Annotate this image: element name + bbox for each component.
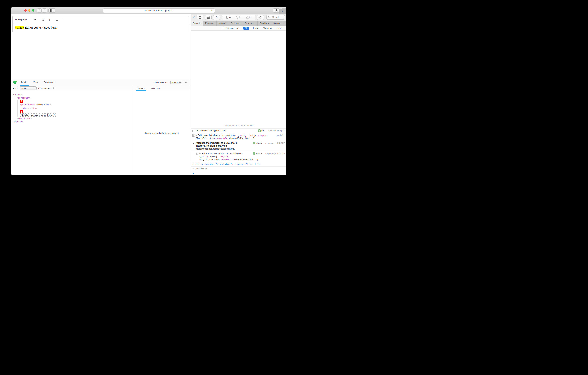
source-file-link[interactable]: app.js:21	[276, 134, 285, 137]
inspector-tab-elements[interactable]: Elements	[203, 21, 217, 26]
back-button[interactable]	[37, 8, 42, 12]
message-source-location: finit— placeholderui.js:7	[258, 129, 285, 132]
url-field[interactable]: localhost/creating-a-plugin2/ ↻	[103, 8, 215, 13]
disclosure-closed-icon[interactable]: ▶	[200, 153, 201, 154]
compact-text-label: Compact text:	[38, 87, 52, 89]
ck-tab-view[interactable]: View	[32, 79, 40, 86]
preserve-log-label: Preserve Log	[225, 27, 238, 29]
root-select[interactable]: main	[20, 87, 37, 90]
console-log-icon	[192, 134, 195, 138]
search-icon	[268, 16, 270, 18]
function-badge-icon: f	[258, 130, 261, 132]
ckeditor-inspector-panel: 5 ModelViewCommands Editor instance: edi…	[11, 79, 190, 175]
model-tree-node[interactable]: <placeholder name="time">	[11, 103, 133, 107]
paragraph-dropdown-label: Paragraph	[15, 18, 27, 21]
chevron-down-icon	[34, 19, 36, 20]
editor-content-area[interactable]: {time} Editor content goes here.	[12, 23, 189, 32]
numbered-list-button[interactable]: 1 2	[54, 18, 58, 21]
inspector-search-field[interactable]: Search	[266, 15, 285, 20]
console-filter-options: AllErrorsWarningsLogs	[243, 27, 281, 29]
disclosure-open-icon[interactable]: ▼	[192, 142, 194, 145]
dock-bottom-button[interactable]	[205, 15, 212, 20]
compact-text-checkbox[interactable]	[53, 87, 56, 89]
reload-page-button[interactable]: ↻	[213, 15, 220, 20]
reload-icon[interactable]: ↻	[211, 9, 213, 12]
model-tree-node[interactable]: [	[11, 100, 133, 103]
ck-subtab-selection[interactable]: Selection	[149, 86, 161, 91]
close-inspector-button[interactable]: ✕	[192, 16, 195, 19]
paragraph-dropdown[interactable]: Paragraph	[15, 18, 36, 21]
model-tree-node[interactable]: <paragraph>	[11, 96, 133, 100]
source-file-link[interactable]: — placeholderui.js:7	[265, 129, 285, 132]
node-inspect-pane: Select a node in the tree to inspect	[133, 91, 190, 175]
model-tree: <$root><paragraph>[<placeholder name="ti…	[11, 91, 133, 175]
console-command-result: <· undefined	[191, 166, 286, 171]
console-message: app.js:21▶Editor was initialized – Class…	[191, 133, 286, 141]
inspector-tab-console[interactable]: Console	[191, 21, 203, 26]
function-name: attach	[256, 142, 262, 145]
collapse-panel-icon[interactable]	[185, 81, 188, 83]
model-tree-node[interactable]: "Editor content goes here."	[11, 113, 133, 117]
issues-summary-button[interactable]: 4 0 0	[222, 15, 255, 20]
inspector-tab-network[interactable]: Network	[217, 21, 229, 26]
editor-instance-select[interactable]: editor	[170, 81, 181, 84]
warning-triangle-icon	[246, 16, 249, 19]
browser-titlebar: localhost/creating-a-plugin2/ ↻ +	[11, 7, 286, 14]
source-file-link[interactable]: — inspector.js:133:182	[262, 142, 285, 145]
ck-tab-commands[interactable]: Commands	[42, 79, 57, 86]
console-link[interactable]: https://ckeditor.com/docs/ckeditor5	[196, 147, 234, 150]
disclosure-closed-icon[interactable]: ▶	[196, 134, 197, 136]
minimize-window-button[interactable]	[28, 9, 31, 11]
ck-inspector-body: <$root><paragraph>[<placeholder name="ti…	[11, 91, 190, 175]
console-input[interactable]: >	[191, 171, 286, 175]
model-tree-node[interactable]: </paragraph>	[11, 117, 133, 120]
source-file-link[interactable]: — inspector.js:133:326	[262, 152, 285, 155]
element-picker-button[interactable]	[257, 15, 264, 20]
web-inspector: ✕ ↻ 4 0	[190, 14, 286, 175]
preserve-log-checkbox[interactable]	[222, 27, 224, 29]
window-content: Paragraph B I 1 2 {time} Editor co	[11, 14, 286, 175]
filter-all[interactable]: All	[243, 27, 249, 30]
console-filter-bar: Preserve Log AllErrorsWarningsLogs	[191, 26, 286, 31]
console-message: fattach— inspector.js:133:326▶Editor ins…	[191, 151, 286, 162]
inspect-empty-message: Select a node in the tree to inspect	[145, 132, 179, 134]
forward-button[interactable]	[42, 8, 47, 12]
dock-bottom-icon	[207, 16, 210, 19]
close-window-button[interactable]	[24, 9, 27, 11]
italic-button[interactable]: I	[49, 18, 50, 22]
ck-inspector-header-right: Editor instance: editor	[154, 79, 190, 86]
message-source-location: app.js:21	[276, 134, 285, 137]
editor-text: Editor content goes here.	[24, 26, 57, 29]
return-value-icon: <·	[192, 167, 195, 170]
bold-button[interactable]: B	[42, 18, 44, 22]
model-tree-node[interactable]: <$root>	[11, 93, 133, 96]
filter-warnings[interactable]: Warnings	[263, 27, 273, 29]
model-tree-node[interactable]: </$root>	[11, 120, 133, 124]
inspector-tab-storage[interactable]: Storage	[271, 21, 283, 26]
sidebar-toggle-button[interactable]	[49, 8, 55, 12]
bulleted-list-button[interactable]	[63, 19, 66, 21]
ck-tab-model[interactable]: Model	[20, 79, 29, 86]
safari-window: localhost/creating-a-plugin2/ ↻ + Paragr…	[11, 7, 286, 175]
inspector-tab-timelines[interactable]: Timelines	[258, 21, 271, 26]
zoom-window-button[interactable]	[32, 9, 34, 11]
warning-count: 0	[246, 16, 251, 19]
detach-inspector-button[interactable]	[197, 15, 203, 20]
web-inspector-tabs: ConsoleElementsNetworkDebuggerResourcesT…	[191, 21, 286, 26]
model-tree-node[interactable]: ]	[11, 110, 133, 113]
filter-errors[interactable]: Errors	[253, 27, 259, 29]
more-tabs-icon[interactable]: »	[283, 21, 286, 26]
new-tab-button[interactable]: +	[279, 9, 286, 14]
function-name: init	[262, 129, 264, 132]
ck-subtab-inspect[interactable]: Inspect	[136, 86, 147, 91]
inspector-tab-debugger[interactable]: Debugger	[229, 21, 243, 26]
filter-logs[interactable]: Logs	[277, 27, 281, 29]
model-tree-node[interactable]: </placeholder>	[11, 107, 133, 110]
placeholder-widget[interactable]: {time}	[15, 26, 24, 29]
root-value: main	[22, 87, 27, 89]
inspector-tab-resources[interactable]: Resources	[243, 21, 258, 26]
ckeditor-logo-icon: 5	[13, 79, 17, 86]
chevron-left-icon	[39, 9, 40, 11]
plus-icon: +	[282, 10, 283, 13]
prompt-icon: >	[193, 172, 194, 175]
